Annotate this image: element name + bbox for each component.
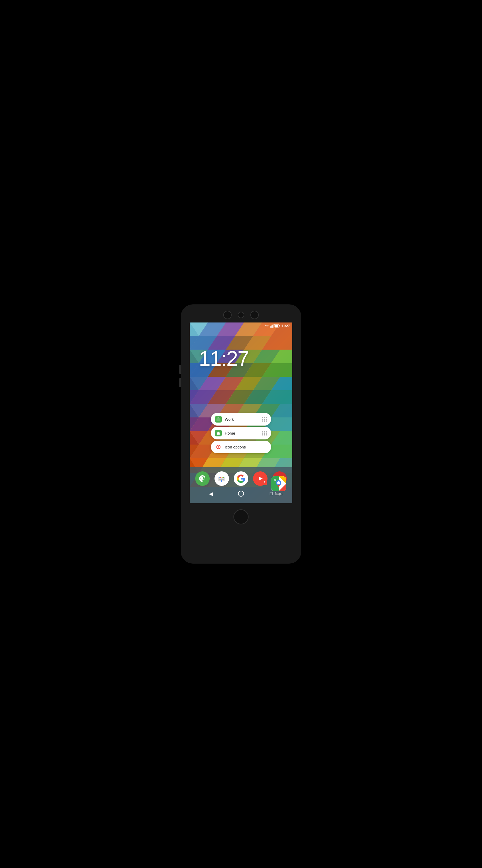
work-label: Work [225, 417, 262, 422]
dock-app-hangouts[interactable] [195, 471, 210, 486]
svg-rect-100 [219, 479, 220, 480]
svg-rect-102 [223, 479, 224, 480]
status-icons: 11:27 [265, 324, 290, 328]
maps-label: Maps [275, 492, 282, 495]
svg-rect-78 [270, 327, 271, 328]
battery-icon [275, 324, 280, 328]
status-bar: 11:27 [190, 322, 292, 329]
back-button[interactable]: ◀ [206, 489, 215, 498]
menu-item-home[interactable]: Home [211, 427, 271, 439]
dock-app-google[interactable] [234, 471, 248, 486]
svg-rect-96 [219, 477, 220, 478]
home-button-nav[interactable] [236, 489, 246, 498]
phone-screen: 11:27 11:27 Work [190, 322, 292, 503]
phone-bottom-bar [181, 503, 301, 530]
home-dots [262, 431, 267, 435]
svg-rect-99 [223, 477, 224, 478]
camera-left [223, 311, 232, 319]
physical-home-button[interactable] [233, 509, 249, 524]
svg-point-92 [277, 481, 280, 484]
svg-rect-80 [272, 324, 272, 328]
maps-icon: G [271, 476, 286, 491]
svg-text:G: G [274, 478, 276, 481]
svg-rect-84 [275, 324, 278, 327]
home-clock: 11:27 [190, 347, 292, 371]
menu-item-work[interactable]: Work [211, 413, 271, 426]
volume-down-button[interactable] [179, 378, 181, 387]
signal-icon [270, 324, 274, 328]
camera-center [238, 312, 244, 318]
svg-rect-79 [271, 326, 272, 328]
maps-app[interactable]: G Maps [271, 476, 286, 495]
icon-options-label: Icon options [225, 445, 267, 450]
camera-right [250, 311, 259, 319]
context-menu: Work Home [211, 413, 271, 453]
svg-rect-83 [279, 325, 280, 327]
time-display: 11:27 [281, 324, 290, 328]
menu-item-icon-options[interactable]: Icon options [211, 441, 271, 453]
dock-app-gboard[interactable] [215, 471, 229, 486]
work-icon [215, 416, 222, 423]
home-icon [215, 430, 222, 436]
svg-rect-97 [220, 477, 221, 478]
svg-point-109 [238, 491, 244, 496]
volume-up-button[interactable] [179, 365, 181, 374]
work-dots [262, 417, 267, 422]
svg-rect-98 [222, 477, 223, 478]
svg-rect-81 [272, 324, 274, 328]
dock-app-youtube[interactable] [253, 471, 267, 486]
phone-device: 11:27 11:27 Work [181, 304, 301, 564]
svg-rect-101 [220, 479, 223, 480]
wifi-icon [265, 324, 269, 328]
phone-top-bar [181, 304, 301, 322]
icon-options-icon [215, 444, 222, 450]
home-label: Home [225, 431, 262, 435]
